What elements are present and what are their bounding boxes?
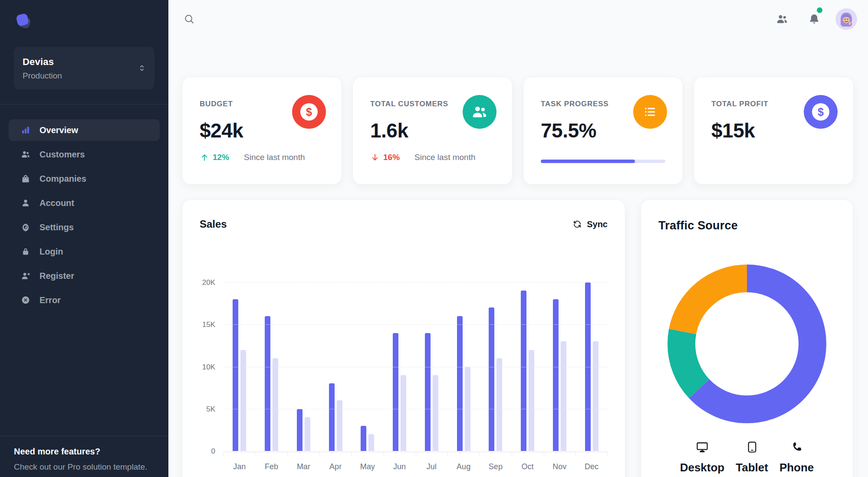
search-icon[interactable] <box>183 13 195 25</box>
bar <box>273 358 278 451</box>
users-icon <box>463 95 496 129</box>
bar <box>265 316 270 451</box>
total-profit-card: TOTAL PROFIT $15k $ <box>694 77 853 184</box>
bar <box>593 341 598 451</box>
sidebar-item-customers[interactable]: Customers <box>9 144 160 165</box>
user-plus-icon <box>21 271 30 281</box>
x-tick-label: Mar <box>288 462 320 471</box>
desktop-icon <box>696 441 709 454</box>
bar <box>561 341 566 451</box>
bar <box>425 333 431 451</box>
contacts-icon[interactable] <box>776 13 788 25</box>
sidebar-item-label: Companies <box>39 174 86 184</box>
sales-bar-chart: 05K10K15K20K JanFebMarAprMayJunJulAugSep… <box>200 282 608 464</box>
task-progress-card: TASK PROGRESS 75.5% <box>523 77 683 184</box>
currency-dollar-icon: $ <box>804 95 838 129</box>
total-customers-card: TOTAL CUSTOMERS 1.6k 16% Since last mont… <box>353 77 512 184</box>
x-tick-label: Nov <box>544 462 576 471</box>
sidebar-item-label: Error <box>39 295 61 305</box>
currency-dollar-icon: $ <box>292 95 326 129</box>
sidebar-item-register[interactable]: Register <box>9 265 160 287</box>
axis-tick <box>224 452 224 455</box>
gridline <box>224 282 608 283</box>
footer-title: Need more features? <box>14 447 155 457</box>
bar <box>337 400 342 451</box>
workspace-environment: Production <box>23 71 146 81</box>
y-tick-label: 20K <box>202 278 215 287</box>
axis-tick <box>608 452 608 455</box>
sidebar-item-label: Overview <box>39 125 78 135</box>
sidebar-item-label: Register <box>39 271 74 281</box>
axis-tick <box>480 452 480 455</box>
user-icon <box>21 198 30 208</box>
bar <box>393 333 398 451</box>
sidebar-footer: Need more features? Check out our Pro so… <box>14 447 155 472</box>
legend-item-tablet: Tablet <box>736 441 768 474</box>
x-tick-label: Dec <box>575 462 608 471</box>
bar <box>489 307 494 451</box>
x-tick-label: Apr <box>319 462 352 471</box>
workspace-name: Devias <box>23 56 146 68</box>
notification-dot <box>817 7 822 13</box>
bar <box>457 316 463 451</box>
traffic-donut-chart <box>667 265 826 423</box>
sidebar-item-label: Settings <box>39 222 74 232</box>
x-tick-label: Aug <box>447 462 480 471</box>
shopping-bag-icon <box>21 174 30 183</box>
gridline <box>224 409 608 409</box>
axis-tick <box>512 452 512 455</box>
y-tick-label: 10K <box>202 363 215 372</box>
x-tick-label: May <box>352 462 384 471</box>
bar <box>233 299 238 451</box>
sidebar-item-account[interactable]: Account <box>9 192 160 214</box>
axis-tick <box>544 452 544 455</box>
y-axis-labels: 05K10K15K20K <box>200 282 215 451</box>
sidebar: Devias Production Overview Customers Com <box>0 0 168 477</box>
workspace-selector[interactable]: Devias Production <box>14 47 155 89</box>
axis-tick <box>287 452 288 455</box>
sidebar-item-label: Customers <box>39 150 85 160</box>
sidebar-item-login[interactable]: Login <box>9 241 160 262</box>
x-tick-label: Jul <box>416 462 448 471</box>
trend-caption: Since last month <box>414 153 475 162</box>
sidebar-item-settings[interactable]: Settings <box>9 216 160 238</box>
phone-icon <box>790 441 803 454</box>
x-tick-label: Jun <box>384 462 416 471</box>
traffic-title: Traffic Source <box>658 219 738 232</box>
sidebar-item-error[interactable]: Error <box>9 289 160 311</box>
gridline <box>224 367 608 367</box>
x-tick-label: Feb <box>256 462 288 471</box>
bar <box>240 350 246 451</box>
footer-subtitle[interactable]: Check out our Pro solution template. <box>14 462 155 472</box>
axis-tick <box>384 452 384 455</box>
sidebar-item-overview[interactable]: Overview <box>9 119 160 141</box>
traffic-legend: Desktop Tablet Phone <box>641 441 853 474</box>
sidebar-item-companies[interactable]: Companies <box>9 168 160 189</box>
sidebar-item-label: Login <box>39 247 63 257</box>
y-tick-label: 5K <box>206 405 215 414</box>
sidebar-item-label: Account <box>39 198 74 208</box>
bar <box>433 375 438 451</box>
devias-logo-icon[interactable] <box>14 12 34 32</box>
sidebar-footer-divider <box>0 436 168 436</box>
gridline <box>224 324 608 325</box>
axis-tick <box>319 452 320 455</box>
bar <box>496 358 502 451</box>
sync-button[interactable]: Sync <box>572 219 608 229</box>
arrow-up-icon <box>200 153 209 162</box>
x-tick-label: Jan <box>224 462 256 471</box>
bar <box>521 291 526 451</box>
sync-icon <box>572 219 582 229</box>
arrow-down-icon <box>370 153 380 162</box>
legend-item-phone: Phone <box>779 441 814 474</box>
axis-tick <box>352 452 352 455</box>
axis-tick <box>447 452 448 455</box>
sidebar-divider <box>0 104 168 105</box>
avatar[interactable] <box>835 8 857 30</box>
sidebar-nav: Overview Customers Companies Account Set… <box>9 119 160 314</box>
bar <box>297 409 302 451</box>
bell-icon[interactable] <box>808 13 820 25</box>
y-tick-label: 0 <box>211 447 215 456</box>
axis-tick <box>256 452 256 455</box>
task-progress-bar <box>541 160 665 163</box>
